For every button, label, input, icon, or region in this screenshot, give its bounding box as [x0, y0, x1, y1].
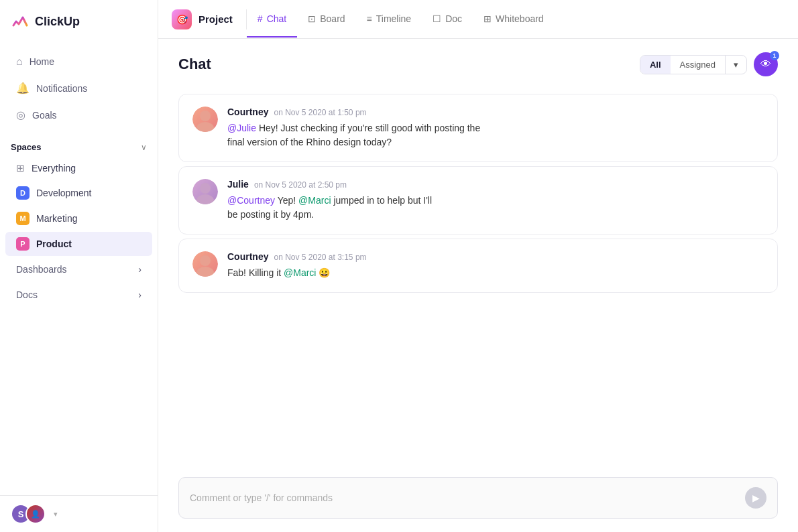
- message-card: Courtney on Nov 5 2020 at 3:15 pm Fab! K…: [178, 239, 778, 293]
- dashboards-label: Dashboards: [16, 264, 67, 275]
- home-label: Home: [30, 56, 54, 67]
- message-author-1: Courtney: [227, 107, 268, 117]
- board-tab-icon: ⊡: [308, 13, 316, 24]
- messages-container: Courtney on Nov 5 2020 at 1:50 pm @Julie…: [158, 87, 798, 470]
- chat-title: Chat: [178, 56, 211, 73]
- message-author-2: Julie: [227, 179, 249, 190]
- message-time-1: on Nov 5 2020 at 1:50 pm: [274, 108, 366, 117]
- clickup-logo-icon: [11, 12, 30, 31]
- filter-chevron-icon: ▾: [734, 60, 738, 70]
- mention-courtney[interactable]: @Courtney: [227, 195, 275, 206]
- sidebar-item-home[interactable]: ⌂ Home: [5, 49, 152, 74]
- project-title-area: 🎯 Project: [172, 9, 247, 29]
- user-avatar-photo: 👤: [25, 504, 46, 524]
- timeline-tab-icon: ≡: [367, 13, 372, 24]
- msg-text-1-part2: final version of the Rhino design today?: [227, 137, 392, 147]
- mention-marci-1[interactable]: @Marci: [298, 195, 331, 206]
- msg3-pre: Fab! Killing it: [227, 267, 284, 278]
- main-content: 🎯 Project # Chat ⊡ Board ≡ Timeline ☐ Do…: [158, 0, 798, 532]
- msg2-mid2: jumped in to help but I'll: [331, 195, 433, 206]
- message-text-1: @Julie Hey! Just checking if you're stil…: [227, 121, 764, 149]
- logo-area[interactable]: ClickUp: [0, 0, 158, 43]
- goals-label: Goals: [32, 110, 57, 121]
- docs-label: Docs: [16, 289, 38, 300]
- send-icon: ▶: [752, 492, 760, 503]
- sidebar-item-everything[interactable]: ⊞ Everything: [5, 157, 152, 180]
- logo-text: ClickUp: [35, 15, 80, 29]
- doc-tab-label: Doc: [445, 13, 462, 24]
- spaces-section-header[interactable]: Spaces ∨: [0, 134, 158, 156]
- sidebar-item-goals[interactable]: ◎ Goals: [5, 102, 152, 128]
- product-label: Product: [36, 239, 72, 249]
- home-icon: ⌂: [16, 56, 23, 68]
- svg-point-6: [196, 267, 214, 277]
- message-time-2: on Nov 5 2020 at 2:50 pm: [254, 180, 347, 190]
- message-card: Julie on Nov 5 2020 at 2:50 pm @Courtney…: [178, 166, 778, 235]
- message-content-2: Julie on Nov 5 2020 at 2:50 pm @Courtney…: [227, 179, 764, 222]
- board-tab-label: Board: [320, 13, 345, 24]
- sidebar-item-docs[interactable]: Docs ›: [5, 283, 152, 307]
- filter-all-button[interactable]: All: [640, 56, 671, 74]
- watch-badge: 1: [770, 51, 779, 60]
- mention-marci-2[interactable]: @Marci: [284, 267, 316, 278]
- sidebar-item-dashboards[interactable]: Dashboards ›: [5, 257, 152, 281]
- grid-icon: ⊞: [16, 162, 25, 174]
- eye-icon: 👁: [760, 58, 771, 70]
- spaces-chevron-icon: ∨: [141, 143, 147, 152]
- mention-julie[interactable]: @Julie: [227, 123, 256, 133]
- svg-point-5: [200, 255, 211, 266]
- message-header-1: Courtney on Nov 5 2020 at 1:50 pm: [227, 107, 764, 117]
- sidebar-item-product[interactable]: P Product: [5, 232, 152, 256]
- chat-area: Chat All Assigned ▾ 👁 1: [158, 39, 798, 532]
- goals-icon: ◎: [16, 109, 25, 121]
- message-card: Courtney on Nov 5 2020 at 1:50 pm @Julie…: [178, 94, 778, 162]
- main-nav: ⌂ Home 🔔 Notifications ◎ Goals: [0, 43, 158, 134]
- chat-tab-label: Chat: [267, 13, 287, 24]
- message-time-3: on Nov 5 2020 at 3:15 pm: [274, 253, 366, 262]
- svg-point-1: [196, 122, 214, 132]
- sidebar-item-marketing[interactable]: M Marketing: [5, 206, 152, 230]
- svg-point-3: [200, 183, 211, 194]
- message-text-3: Fab! Killing it @Marci 😀: [227, 266, 764, 280]
- whiteboard-tab-label: Whiteboard: [496, 13, 544, 24]
- sidebar-item-notifications[interactable]: 🔔 Notifications: [5, 75, 152, 101]
- tab-whiteboard[interactable]: ⊞ Whiteboard: [473, 1, 555, 38]
- user-chevron-icon[interactable]: ▾: [54, 510, 58, 519]
- tab-navigation: # Chat ⊡ Board ≡ Timeline ☐ Doc ⊞ Whiteb…: [247, 1, 555, 38]
- doc-tab-icon: ☐: [433, 13, 441, 24]
- watch-button[interactable]: 👁 1: [754, 52, 778, 76]
- chat-tab-icon: #: [258, 13, 263, 24]
- project-name: Project: [198, 13, 233, 25]
- project-icon: 🎯: [172, 9, 192, 29]
- notifications-label: Notifications: [36, 83, 87, 94]
- avatar-julie: [192, 179, 218, 204]
- tab-timeline[interactable]: ≡ Timeline: [356, 1, 422, 38]
- message-header-3: Courtney on Nov 5 2020 at 3:15 pm: [227, 251, 764, 262]
- tab-doc[interactable]: ☐ Doc: [422, 1, 473, 38]
- chat-header-controls: All Assigned ▾ 👁 1: [640, 52, 778, 76]
- spaces-title: Spaces: [11, 142, 42, 152]
- message-content-3: Courtney on Nov 5 2020 at 3:15 pm Fab! K…: [227, 251, 764, 280]
- message-header-2: Julie on Nov 5 2020 at 2:50 pm: [227, 179, 764, 190]
- tab-board[interactable]: ⊡ Board: [297, 1, 355, 38]
- comment-input-area[interactable]: Comment or type '/' for commands ▶: [178, 477, 778, 519]
- sidebar-item-development[interactable]: D Development: [5, 181, 152, 205]
- development-label: Development: [36, 188, 92, 198]
- marketing-label: Marketing: [36, 213, 77, 224]
- avatar-courtney: [192, 107, 218, 132]
- comment-placeholder: Comment or type '/' for commands: [190, 492, 745, 503]
- filter-dropdown[interactable]: ▾: [725, 56, 746, 74]
- msg2-mid1: Yep!: [275, 195, 298, 206]
- filter-group: All Assigned ▾: [640, 55, 747, 74]
- message-author-3: Courtney: [227, 251, 268, 262]
- svg-point-0: [200, 111, 211, 121]
- tab-chat[interactable]: # Chat: [247, 1, 297, 38]
- timeline-tab-label: Timeline: [376, 13, 411, 24]
- chat-header: Chat All Assigned ▾ 👁 1: [158, 39, 798, 87]
- msg2-line2: be posting it by 4pm.: [227, 209, 314, 220]
- message-text-2: @Courtney Yep! @Marci jumped in to help …: [227, 194, 764, 222]
- filter-assigned-button[interactable]: Assigned: [671, 56, 725, 74]
- send-button[interactable]: ▶: [745, 487, 766, 509]
- message-avatar-courtney2: [192, 251, 218, 277]
- docs-chevron-icon: ›: [138, 289, 141, 300]
